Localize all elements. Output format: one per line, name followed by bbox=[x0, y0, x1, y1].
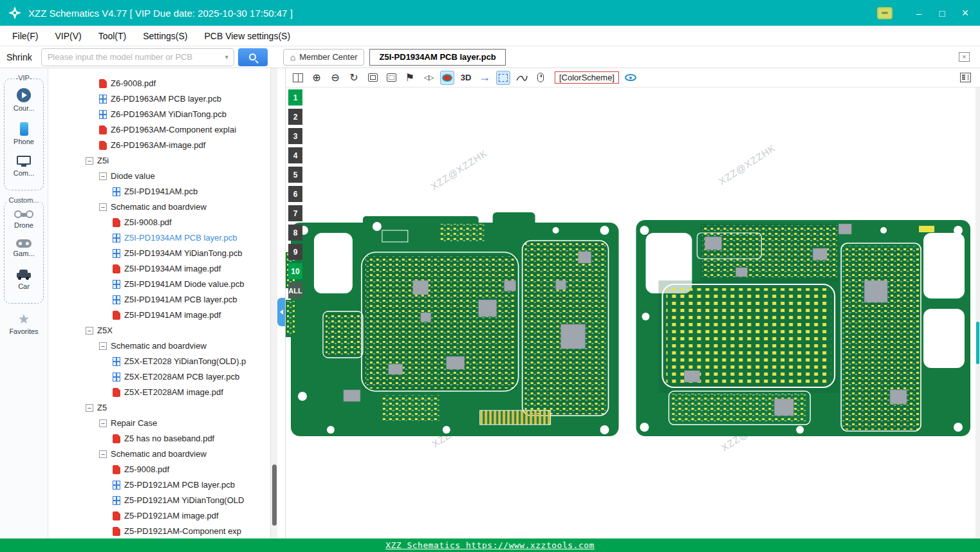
tree-item[interactable]: Z5X-ET2028AM image.pdf bbox=[48, 385, 270, 400]
board-top-button[interactable] bbox=[365, 71, 380, 85]
chevron-down-icon[interactable]: ▼ bbox=[224, 54, 230, 60]
tree-item[interactable]: Z6-PD1963AM-Component explai bbox=[48, 122, 270, 138]
layer-button-1[interactable]: 1 bbox=[288, 89, 302, 106]
tree-item[interactable]: Z5I-PD1934AM image.pdf bbox=[48, 261, 270, 277]
collapse-minus-icon[interactable]: − bbox=[99, 172, 107, 180]
sidebar-item-course[interactable]: Cour... bbox=[5, 88, 43, 112]
zoom-out-button[interactable]: ⊖ bbox=[328, 71, 342, 85]
close-tab-icon[interactable]: × bbox=[959, 52, 970, 62]
3d-view-button[interactable]: 3D bbox=[459, 71, 473, 85]
colorscheme-button[interactable]: [ColorScheme] bbox=[555, 71, 619, 84]
pan-arrow-button[interactable]: → bbox=[477, 71, 492, 85]
tree-item[interactable]: Z6-PD1963AM PCB layer.pcb bbox=[48, 91, 270, 107]
tree-scrollbar[interactable] bbox=[270, 68, 277, 538]
layer-button-6[interactable]: 6 bbox=[288, 186, 302, 202]
menu-pcb-view-settings[interactable]: PCB View settings(S) bbox=[196, 26, 299, 46]
search-button[interactable] bbox=[238, 48, 268, 66]
refresh-button[interactable]: ↻ bbox=[347, 71, 361, 85]
tree-item[interactable]: −Schematic and boardview bbox=[48, 446, 270, 462]
board-bottom-button[interactable] bbox=[384, 71, 398, 85]
menu-settings[interactable]: Settings(S) bbox=[134, 26, 196, 46]
tree-scrollbar-thumb[interactable] bbox=[272, 465, 277, 526]
layer-button-10[interactable]: 10 bbox=[288, 263, 302, 279]
collapse-minus-icon[interactable]: − bbox=[86, 404, 93, 412]
tree-item-label: Diode value bbox=[111, 169, 155, 184]
tree-item[interactable]: Z5X-ET2028AM PCB layer.pcb bbox=[48, 369, 270, 385]
tree-item[interactable]: Z5I-PD1941AM PCB layer.pcb bbox=[48, 292, 270, 308]
collapse-minus-icon[interactable]: − bbox=[99, 450, 107, 458]
layer-button-4[interactable]: 4 bbox=[288, 147, 302, 163]
mouse-settings-button[interactable] bbox=[533, 71, 548, 85]
star-icon: ★ bbox=[18, 313, 30, 326]
layer-button-9[interactable]: 9 bbox=[288, 244, 302, 260]
maximize-button[interactable]: □ bbox=[932, 4, 952, 22]
member-center-button[interactable]: ⌂ Member Center bbox=[283, 49, 365, 66]
tree-item[interactable]: Z5-PD1921AM PCB layer.pcb bbox=[48, 477, 270, 493]
collapse-minus-icon[interactable]: − bbox=[99, 342, 107, 350]
collapse-minus-icon[interactable]: − bbox=[99, 419, 107, 427]
collapse-minus-icon[interactable]: − bbox=[86, 157, 93, 165]
layer-button-5[interactable]: 5 bbox=[288, 167, 302, 183]
tree-item[interactable]: Z6-PD1963AM YiDianTong.pcb bbox=[48, 107, 270, 122]
visibility-button[interactable] bbox=[624, 71, 638, 85]
layer-panel-icon[interactable] bbox=[960, 73, 971, 82]
layer-button-all[interactable]: ALL bbox=[288, 282, 302, 299]
flag-button[interactable]: ⚑ bbox=[403, 71, 417, 85]
collapse-tree-handle[interactable] bbox=[277, 298, 285, 326]
tree-item[interactable]: −Z5X bbox=[48, 323, 270, 338]
menu-tool[interactable]: Tool(T) bbox=[90, 26, 135, 46]
sidebar-item-game[interactable]: Gam... bbox=[5, 239, 43, 257]
canvas-scrollbar[interactable] bbox=[975, 87, 980, 538]
tree-item[interactable]: −Diode value bbox=[48, 169, 270, 184]
tree-item[interactable]: Z5-PD1921AM image.pdf bbox=[48, 508, 270, 524]
sidebar-item-favorites[interactable]: ★ Favorites bbox=[0, 313, 48, 335]
canvas-scrollbar-thumb[interactable] bbox=[976, 322, 979, 364]
tree-item[interactable]: Z6-PD1963AM-image.pdf bbox=[48, 138, 270, 153]
split-view-button[interactable] bbox=[291, 71, 305, 85]
tree-item[interactable]: Z5-9008.pdf bbox=[48, 462, 270, 477]
collapse-minus-icon[interactable]: − bbox=[86, 327, 93, 335]
tree-item[interactable]: Z5X-ET2028 YiDianTong(OLD).p bbox=[48, 354, 270, 369]
tree-item[interactable]: −Z5 bbox=[48, 400, 270, 416]
minimize-button[interactable]: – bbox=[909, 4, 929, 22]
tree-item[interactable]: Z6-9008.pdf bbox=[48, 76, 270, 91]
pcb-file-icon bbox=[99, 110, 107, 119]
sidebar-item-car[interactable]: Car bbox=[5, 268, 43, 290]
tree-item-label: Z6-PD1963AM PCB layer.pcb bbox=[111, 91, 221, 107]
tree-item[interactable]: Z5I-9008.pdf bbox=[48, 215, 270, 230]
tree-item[interactable]: Z5-PD1921AM-Component exp bbox=[48, 524, 270, 538]
collapse-minus-icon[interactable]: − bbox=[99, 203, 107, 211]
sidebar-item-phone[interactable]: Phone bbox=[5, 122, 43, 145]
zoom-in-button[interactable]: ⊕ bbox=[310, 71, 324, 85]
safe-icon[interactable] bbox=[877, 7, 892, 19]
menu-file[interactable]: File(F) bbox=[4, 26, 46, 46]
tab-pcb-document[interactable]: Z5I-PD1934AM PCB layer.pcb bbox=[369, 49, 505, 66]
layer-button-3[interactable]: 3 bbox=[288, 128, 302, 144]
area-select-button[interactable] bbox=[496, 71, 510, 85]
tree-item[interactable]: −Schematic and boardview bbox=[48, 199, 270, 215]
menu-vip[interactable]: VIP(V) bbox=[46, 26, 89, 46]
close-button[interactable]: × bbox=[956, 4, 975, 22]
sidebar-item-drone[interactable]: Drone bbox=[5, 210, 43, 229]
search-input[interactable] bbox=[41, 48, 234, 66]
tree-item[interactable]: Z5I-PD1934AM PCB layer.pcb bbox=[48, 230, 270, 246]
tree-item[interactable]: Z5I-PD1941AM.pcb bbox=[48, 184, 270, 199]
layer-button-7[interactable]: 7 bbox=[288, 205, 302, 221]
tree-item[interactable]: Z5I-PD1941AM image.pdf bbox=[48, 308, 270, 323]
pcb-canvas[interactable]: 12345678910ALL XZZ@XZZHK XZZ@XZZHK XZZ@X… bbox=[285, 87, 975, 538]
layer-button-2[interactable]: 2 bbox=[288, 109, 302, 125]
sidebar-item-computer[interactable]: Com... bbox=[5, 156, 43, 177]
lens-mode-button[interactable] bbox=[440, 71, 454, 85]
measure-curve-button[interactable] bbox=[515, 71, 529, 85]
tree-item[interactable]: −Z5i bbox=[48, 153, 270, 169]
tree-item[interactable]: −Repair Case bbox=[48, 416, 270, 431]
tree-item[interactable]: Z5-PD1921AM YiDianTong(OLD bbox=[48, 493, 270, 508]
tree-item[interactable]: Z5I-PD1941AM Diode value.pcb bbox=[48, 277, 270, 292]
tree-item[interactable]: −Schematic and boardview bbox=[48, 338, 270, 354]
layer-button-8[interactable]: 8 bbox=[288, 225, 302, 241]
tree-item[interactable]: Z5 has no baseband.pdf bbox=[48, 431, 270, 446]
shrink-button[interactable]: Shrink bbox=[6, 52, 32, 62]
mirror-button[interactable]: ◁▷ bbox=[421, 71, 436, 85]
pcb-file-icon bbox=[113, 249, 120, 258]
tree-item[interactable]: Z5I-PD1934AM YiDianTong.pcb bbox=[48, 246, 270, 261]
